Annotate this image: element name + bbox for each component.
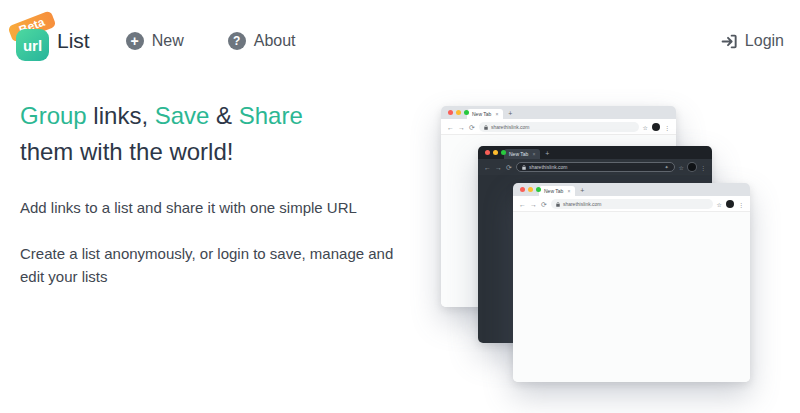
- reload-icon: ⟳: [541, 201, 547, 208]
- browser-tab: New Tab ×: [467, 109, 503, 119]
- traffic-lights: [520, 187, 541, 192]
- traffic-light-yellow-icon: [456, 110, 461, 115]
- address-url: sharethislink.com: [491, 124, 530, 130]
- hero-paragraph-2: Create a list anonymously, or login to s…: [20, 242, 398, 288]
- heading-word-amp: &: [209, 102, 238, 129]
- address-url: sharethislink.com: [529, 164, 568, 170]
- browser-tab: New Tab ×: [504, 149, 540, 159]
- traffic-lights: [485, 150, 506, 155]
- top-navigation: Beta url List + New ? About Login: [0, 12, 800, 70]
- bookmark-star-icon: ☆: [679, 164, 684, 171]
- browser-toolbar: ← → ⟳ sharethislink.com ✦ ☆ ⋮: [441, 119, 676, 135]
- brand-logo[interactable]: Beta url List: [16, 21, 90, 61]
- tab-close-icon: ×: [567, 188, 570, 194]
- hero-section: Group links, Save & Share them with the …: [20, 98, 422, 288]
- forward-icon: →: [495, 164, 502, 171]
- tab-title: New Tab: [509, 151, 528, 157]
- heading-word-group: Group: [20, 102, 87, 129]
- traffic-light-green-icon: [464, 110, 469, 115]
- forward-icon: →: [530, 201, 537, 208]
- main-nav: + New ? About: [126, 32, 296, 50]
- nav-item-new-label: New: [152, 32, 184, 50]
- avatar: [652, 123, 660, 131]
- nav-item-about[interactable]: ? About: [228, 32, 296, 50]
- back-icon: ←: [447, 124, 454, 131]
- address-url: sharethislink.com: [563, 201, 602, 207]
- login-button[interactable]: Login: [721, 32, 784, 50]
- traffic-light-red-icon: [520, 187, 525, 192]
- traffic-light-green-icon: [501, 150, 506, 155]
- address-bar: sharethislink.com ✦: [516, 162, 675, 172]
- logo-mark: Beta url: [16, 29, 49, 61]
- menu-icon: ⋮: [664, 124, 670, 131]
- browser-mockup-front: New Tab × + ← → ⟳ sharethislink.com ✦ ☆ …: [513, 183, 750, 382]
- logo-square-text: url: [23, 37, 42, 54]
- traffic-light-yellow-icon: [528, 187, 533, 192]
- browser-titlebar: New Tab × +: [478, 146, 712, 159]
- browser-titlebar: New Tab × +: [441, 106, 676, 119]
- reload-icon: ⟳: [469, 124, 475, 131]
- back-icon: ←: [519, 201, 526, 208]
- back-icon: ←: [484, 164, 491, 171]
- browser-page-body: [513, 212, 750, 382]
- menu-icon: ⋮: [738, 201, 744, 208]
- browser-tab: New Tab ×: [539, 186, 575, 196]
- heading-word-links: links,: [87, 102, 155, 129]
- lock-icon: [484, 125, 488, 130]
- hero-paragraph-1: Add links to a list and share it with on…: [20, 196, 398, 219]
- heading-word-save: Save: [155, 102, 210, 129]
- new-tab-icon: +: [580, 185, 584, 196]
- heading-word-share: Share: [239, 102, 303, 129]
- address-end-icon: ✦: [664, 164, 668, 170]
- address-bar: sharethislink.com ✦: [479, 122, 639, 132]
- tab-title: New Tab: [544, 188, 563, 194]
- avatar: [726, 200, 734, 208]
- lock-icon: [522, 165, 526, 170]
- hero-heading-line2: them with the world!: [20, 134, 422, 170]
- reload-icon: ⟳: [506, 164, 512, 171]
- nav-item-about-label: About: [254, 32, 296, 50]
- logo-square: url: [16, 29, 49, 61]
- address-bar: sharethislink.com ✦: [551, 199, 713, 209]
- new-tab-icon: +: [545, 148, 549, 159]
- forward-icon: →: [458, 124, 465, 131]
- new-tab-icon: +: [508, 108, 512, 119]
- traffic-light-red-icon: [485, 150, 490, 155]
- lock-icon: [556, 202, 560, 207]
- sign-in-icon: [721, 33, 738, 50]
- traffic-light-red-icon: [448, 110, 453, 115]
- question-circle-icon: ?: [228, 32, 246, 50]
- traffic-lights: [448, 110, 469, 115]
- login-label: Login: [745, 32, 784, 50]
- tab-close-icon: ×: [532, 151, 535, 157]
- browser-titlebar: New Tab × +: [513, 183, 750, 196]
- brand-name: List: [57, 29, 90, 53]
- browser-toolbar: ← → ⟳ sharethislink.com ✦ ☆ ⋮: [478, 159, 712, 175]
- bookmark-star-icon: ☆: [643, 124, 648, 131]
- browser-toolbar: ← → ⟳ sharethislink.com ✦ ☆ ⋮: [513, 196, 750, 212]
- nav-item-new[interactable]: + New: [126, 32, 184, 50]
- tab-title: New Tab: [472, 111, 491, 117]
- hero-heading-line1: Group links, Save & Share: [20, 98, 422, 134]
- traffic-light-yellow-icon: [493, 150, 498, 155]
- avatar: [688, 163, 696, 171]
- hero-heading: Group links, Save & Share them with the …: [20, 98, 422, 170]
- plus-circle-icon: +: [126, 32, 144, 50]
- menu-icon: ⋮: [700, 164, 706, 171]
- bookmark-star-icon: ☆: [717, 201, 722, 208]
- tab-close-icon: ×: [495, 111, 498, 117]
- traffic-light-green-icon: [536, 187, 541, 192]
